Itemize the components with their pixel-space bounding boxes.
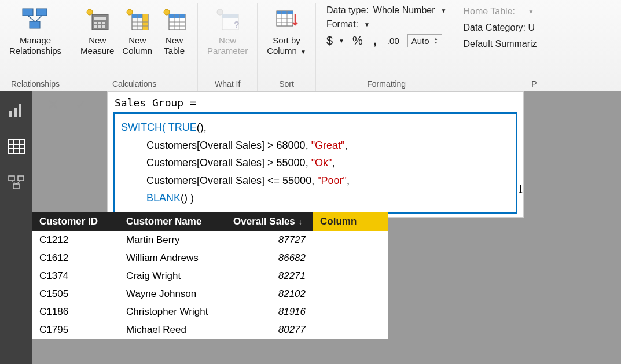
main-area: ✕ ✓ Sales Group = SWITCH( TRUE(), Custom… [0, 91, 621, 364]
new-column-button[interactable]: NewColumn [119, 3, 156, 71]
ribbon-group-formatting: Data type: Whole Number ▼ Format: ▼ $ ▼ … [316, 3, 458, 91]
cell-name[interactable]: Craig Wright [119, 267, 226, 285]
svg-rect-9 [98, 22, 101, 24]
data-category-dropdown[interactable]: Data Category: U [463, 23, 537, 33]
table-row[interactable]: C1505Wayne Johnson82102 [32, 285, 388, 303]
ribbon-group-relationships: ManageRelationships Relationships [0, 3, 71, 91]
data-table[interactable]: Customer ID Customer Name Overall Sales↓… [32, 212, 388, 339]
column-header-new[interactable]: Column [313, 212, 388, 231]
report-view-button[interactable] [6, 101, 26, 120]
data-view-button[interactable] [6, 137, 26, 156]
left-nav [0, 91, 32, 364]
cell-sales[interactable]: 80277 [226, 321, 313, 339]
content-area: ✕ ✓ Sales Group = SWITCH( TRUE(), Custom… [32, 91, 621, 364]
group-label: What If [215, 78, 240, 91]
sort-by-column-button[interactable]: Sort byColumn ▼ [263, 3, 310, 71]
svg-rect-49 [13, 184, 19, 189]
table-row[interactable]: C1212Martin Berry87727 [32, 231, 388, 249]
cell-new[interactable] [313, 303, 388, 321]
decimals-icon[interactable]: .00 [387, 36, 399, 46]
cell-name[interactable]: Wayne Johnson [119, 285, 226, 303]
svg-rect-34 [277, 11, 293, 14]
default-summarize-dropdown[interactable]: Default Summariz [463, 39, 537, 49]
cell-id[interactable]: C1795 [32, 321, 119, 339]
column-header-id[interactable]: Customer ID [32, 212, 119, 231]
svg-rect-31 [222, 14, 238, 18]
svg-rect-24 [169, 14, 185, 18]
cell-id[interactable]: C1186 [32, 303, 119, 321]
percent-button[interactable]: % [352, 34, 363, 47]
svg-rect-41 [19, 104, 21, 117]
table-header-row: Customer ID Customer Name Overall Sales↓… [32, 212, 388, 231]
measure-name-line: Sales Group = [113, 95, 517, 112]
svg-line-4 [36, 16, 42, 21]
cell-new[interactable] [313, 285, 388, 303]
svg-rect-8 [94, 22, 97, 24]
svg-rect-13 [102, 25, 105, 28]
column-icon [123, 5, 151, 33]
formula-bar[interactable]: Sales Group = SWITCH( TRUE(), Customers[… [107, 91, 524, 218]
group-label: Calculations [112, 78, 156, 91]
cell-name[interactable]: Martin Berry [119, 231, 226, 249]
cell-new[interactable] [313, 249, 388, 267]
cell-sales[interactable]: 81916 [226, 303, 313, 321]
ribbon-group-whatif: ? NewParameter What If [198, 3, 258, 91]
cell-new[interactable] [313, 267, 388, 285]
table-row[interactable]: C1612William Andrews86682 [32, 249, 388, 267]
cell-sales[interactable]: 82271 [226, 267, 313, 285]
cell-name[interactable]: Michael Reed [119, 321, 226, 339]
sort-icon [273, 5, 300, 33]
cell-id[interactable]: C1505 [32, 285, 119, 303]
svg-rect-2 [30, 21, 40, 28]
caret-down-icon: ▼ [441, 8, 447, 14]
group-label: Sort [279, 78, 294, 91]
svg-rect-42 [8, 139, 24, 153]
manage-relationships-button[interactable]: ManageRelationships [6, 3, 65, 71]
spinner-icon[interactable]: ▲▼ [434, 36, 438, 45]
cell-sales[interactable]: 87727 [226, 231, 313, 249]
table-row[interactable]: C1374Craig Wright82271 [32, 267, 388, 285]
cell-name[interactable]: William Andrews [119, 249, 226, 267]
cell-id[interactable]: C1612 [32, 249, 119, 267]
group-label: Formatting [367, 78, 406, 91]
cell-sales[interactable]: 86682 [226, 249, 313, 267]
currency-button[interactable]: $ [326, 34, 333, 47]
cell-id[interactable]: C1374 [32, 267, 119, 285]
svg-rect-10 [102, 22, 105, 24]
relationships-icon [21, 5, 49, 33]
column-header-sales[interactable]: Overall Sales↓ [226, 212, 313, 231]
cell-name[interactable]: Christopher Wright [119, 303, 226, 321]
new-table-button[interactable]: NewTable [157, 3, 192, 71]
cell-new[interactable] [313, 321, 388, 339]
svg-line-3 [28, 16, 35, 21]
svg-rect-40 [14, 108, 17, 117]
table-icon [160, 5, 188, 33]
text-cursor-icon: I [519, 178, 523, 199]
comma-button[interactable]: , [373, 33, 377, 48]
table-row[interactable]: C1186Christopher Wright81916 [32, 303, 388, 321]
caret-down-icon: ▼ [364, 21, 370, 28]
caret-down-icon: ▼ [300, 49, 306, 55]
cell-new[interactable] [313, 231, 388, 249]
formula-editor[interactable]: SWITCH( TRUE(), Customers[Overall Sales]… [113, 112, 517, 214]
cell-sales[interactable]: 82102 [226, 285, 313, 303]
formula-cancel-button[interactable]: ✕ [45, 96, 62, 113]
formula-confirm-button[interactable]: ✓ [72, 96, 90, 113]
sort-desc-icon: ↓ [299, 218, 302, 226]
caret-down-icon: ▼ [528, 9, 534, 15]
ribbon-group-properties: Home Table: ▼ Data Category: U Default S… [457, 3, 537, 91]
label: Manage [20, 35, 51, 45]
column-header-name[interactable]: Customer Name [119, 212, 226, 231]
table-row[interactable]: C1795Michael Reed80277 [32, 321, 388, 339]
svg-rect-39 [9, 111, 12, 117]
format-dropdown[interactable]: Format: ▼ [326, 19, 447, 30]
svg-text:?: ? [234, 20, 240, 30]
model-view-button[interactable] [6, 172, 26, 192]
cell-id[interactable]: C1212 [32, 231, 119, 249]
decimals-input[interactable]: Auto ▲▼ [407, 34, 442, 47]
data-type-dropdown[interactable]: Data type: Whole Number ▼ [326, 5, 447, 16]
svg-rect-7 [94, 17, 106, 20]
home-table-dropdown[interactable]: Home Table: ▼ [463, 6, 537, 17]
new-measure-button[interactable]: NewMeasure [77, 3, 117, 71]
ribbon-group-calculations: NewMeasure NewColumn NewTable Calculatio… [71, 3, 198, 91]
